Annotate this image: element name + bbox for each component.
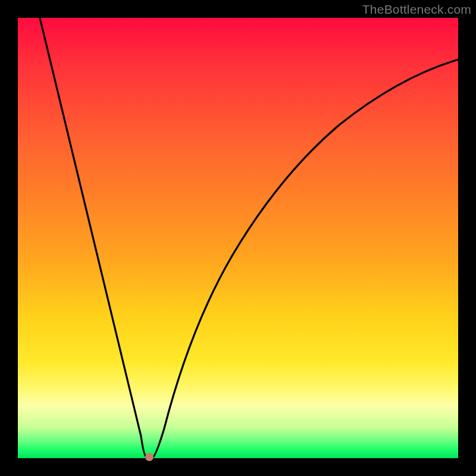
min-point-marker (145, 453, 154, 461)
plot-area (18, 18, 458, 458)
curve-path (40, 18, 458, 458)
watermark-text: TheBottleneck.com (362, 2, 471, 17)
bottleneck-curve (18, 18, 458, 458)
chart-frame: TheBottleneck.com (0, 0, 476, 476)
